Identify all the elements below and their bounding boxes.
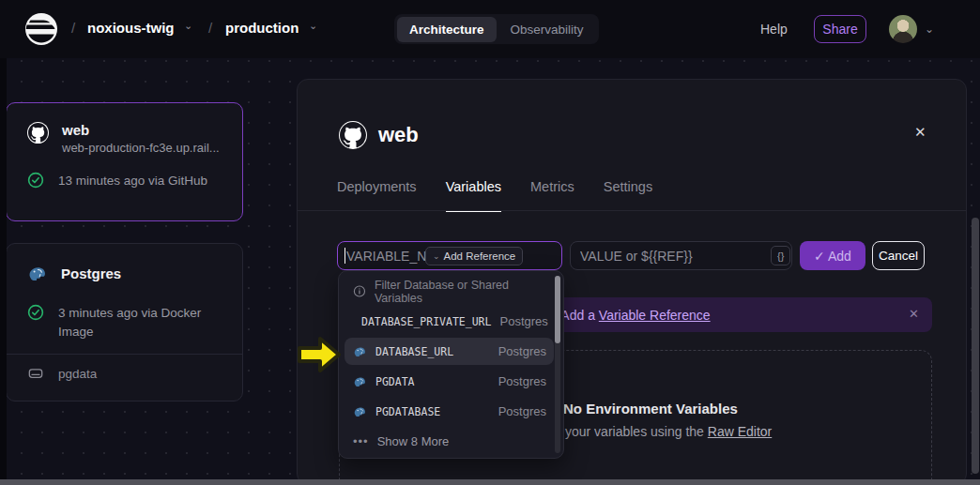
deploy-status: 13 minutes ago via GitHub <box>58 172 207 190</box>
service-card-postgres[interactable]: Postgres 3 minutes ago via Docker Image … <box>6 243 243 402</box>
tab-metrics[interactable]: Metrics <box>530 179 574 212</box>
chevron-down-icon[interactable]: ⌄ <box>309 20 317 32</box>
canvas-left-edge <box>0 58 7 485</box>
service-name: Postgres <box>61 265 121 281</box>
window-bottom-edge <box>0 479 980 485</box>
dropdown-item-database-private-url[interactable]: DATABASE_PRIVATE_URL Postgres <box>345 308 554 335</box>
tab-variables[interactable]: Variables <box>446 179 501 212</box>
tab-settings[interactable]: Settings <box>604 179 652 212</box>
chevron-down-icon[interactable]: ⌄ <box>184 20 192 32</box>
service-domain[interactable]: web-production-fc3e.up.rail... <box>62 141 220 155</box>
empty-state-title: No Environment Variables <box>563 401 738 417</box>
service-card-web[interactable]: web web-production-fc3e.up.rail... 13 mi… <box>6 102 243 221</box>
github-icon <box>339 121 367 149</box>
add-button[interactable]: ✓ Add <box>800 241 865 270</box>
dropdown-scrollbar-thumb[interactable] <box>555 276 560 343</box>
close-icon[interactable]: ✕ <box>914 124 926 141</box>
success-check-icon <box>27 304 44 321</box>
railway-logo-icon[interactable] <box>24 12 58 46</box>
annotation-arrow-icon <box>295 332 344 377</box>
volume-icon <box>27 365 44 382</box>
variable-reference-link[interactable]: Variable Reference <box>599 308 711 323</box>
empty-state-text: your variables using the <box>565 424 708 439</box>
postgres-icon <box>353 404 367 418</box>
banner-text: Add a <box>560 308 598 323</box>
postgres-icon <box>27 263 48 283</box>
breadcrumb-project[interactable]: noxious-twig <box>87 20 175 36</box>
tab-architecture[interactable]: Architecture <box>397 17 497 42</box>
volume-name: pgdata <box>58 367 97 381</box>
success-check-icon <box>27 172 44 189</box>
view-switcher: Architecture Observability <box>394 14 599 44</box>
tabs-divider <box>298 210 966 211</box>
breadcrumb-environment[interactable]: production <box>225 20 299 36</box>
variable-suggestions-dropdown: Filter Database or Shared Variables DATA… <box>338 270 564 459</box>
raw-editor-link[interactable]: Raw Editor <box>708 424 772 439</box>
github-icon <box>27 122 49 144</box>
service-name: web <box>62 122 220 138</box>
tab-deployments[interactable]: Deployments <box>337 179 417 212</box>
window-scrollbar-thumb[interactable] <box>972 218 979 474</box>
tab-observability[interactable]: Observability <box>498 17 596 42</box>
help-link[interactable]: Help <box>760 22 788 37</box>
chevron-down-icon[interactable]: ⌄ <box>925 23 934 36</box>
cancel-button[interactable]: Cancel <box>872 241 925 270</box>
volume-row[interactable]: pgdata <box>7 354 242 393</box>
dropdown-show-more[interactable]: ••• Show 8 More <box>345 428 554 455</box>
close-icon[interactable]: ✕ <box>909 307 919 321</box>
postgres-icon <box>353 344 367 358</box>
variable-value-input[interactable] <box>570 241 792 270</box>
info-icon <box>353 284 366 298</box>
deploy-status: 3 minutes ago via Docker Image <box>58 304 208 341</box>
postgres-icon <box>353 374 367 388</box>
top-bar: / noxious-twig ⌄ / production ⌄ Architec… <box>0 0 980 58</box>
avatar[interactable] <box>889 15 917 43</box>
ellipsis-icon: ••• <box>353 434 369 448</box>
share-button[interactable]: Share <box>814 15 866 43</box>
dropdown-item-pgdatabase[interactable]: PGDATABASE Postgres <box>345 398 554 425</box>
add-reference-button[interactable]: ⌄ Add Reference <box>425 247 523 265</box>
panel-tabs: Deployments Variables Metrics Settings <box>337 179 652 212</box>
dropdown-item-database-url[interactable]: DATABASE_URL Postgres <box>345 338 554 365</box>
panel-title: web <box>378 123 419 147</box>
chevron-down-icon: ⌄ <box>433 251 440 261</box>
dropdown-item-pgdata[interactable]: PGDATA Postgres <box>345 368 554 395</box>
breadcrumb-slash: / <box>208 20 212 36</box>
dropdown-filter-hint: Filter Database or Shared Variables <box>345 278 554 305</box>
braces-icon[interactable]: {} <box>771 246 790 265</box>
breadcrumb-slash: / <box>71 20 75 36</box>
text-caret <box>345 248 345 264</box>
check-icon: ✓ <box>814 249 825 264</box>
